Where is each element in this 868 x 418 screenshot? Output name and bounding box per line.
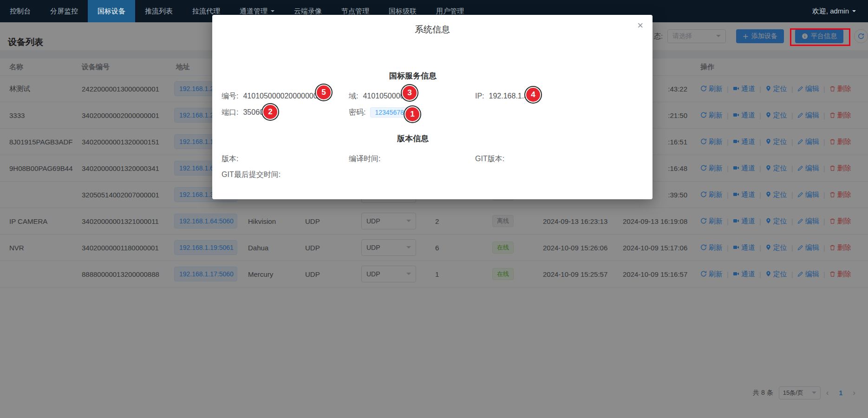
annotation-marker-5: 5 [316,85,332,100]
nav-item-gb-devices[interactable]: 国标设备 [88,0,135,22]
chevron-down-icon [852,10,856,14]
annotation-marker-3: 3 [402,85,418,101]
annotation-marker-1: 1 [405,106,420,122]
app-window: 控制台 分屏监控 国标设备 推流列表 拉流代理 通道管理 云端录像 节点管理 国… [0,0,868,418]
annotation-marker-4: 4 [525,87,541,103]
field-label: 编译时间: [349,154,380,164]
dialog-title: 系统信息 [212,24,653,36]
field-value: 192.168.1.3 [489,92,529,100]
field-label: 域: [349,91,358,101]
version-section-title: 版本信息 [212,133,613,144]
nav-item-label: 通道管理 [240,7,268,16]
field-gb-domain: 域: 4101050000 [349,90,404,102]
field-value: 41010500002000000001 [243,92,326,100]
field-label: GIT版本: [475,154,504,164]
system-info-dialog: 系统信息 × 国标服务信息 编号: 41010500002000000001 域… [212,15,653,199]
field-label: 版本: [222,154,238,164]
gb-service-section-title: 国标服务信息 [212,71,613,81]
field-git-last-commit: GIT最后提交时间: [222,169,285,181]
field-git-version: GIT版本: [475,153,509,165]
annotation-highlight-box [790,28,850,46]
password-tag[interactable]: 12345678 [370,107,408,118]
field-gb-password: 密码: 12345678 [349,106,409,118]
user-greeting: 欢迎, admin [812,7,849,16]
annotation-marker-2: 2 [262,104,278,120]
field-value: 4101050000 [363,92,404,100]
user-menu[interactable]: 欢迎, admin [812,0,868,22]
field-gb-ip: IP: 192.168.1.3 [475,90,528,102]
close-icon[interactable]: × [637,20,643,31]
field-value: 35060 [243,108,264,117]
field-version: 版本: [222,153,243,165]
nav-item-push-list[interactable]: 推流列表 [135,0,183,22]
field-label: GIT最后提交时间: [222,170,281,180]
field-build-time: 编译时间: [349,153,385,165]
nav-item-split-screen[interactable]: 分屏监控 [40,0,88,22]
chevron-down-icon [271,10,274,14]
field-label: 编号: [222,91,238,101]
field-gb-id: 编号: 41010500002000000001 [222,90,326,102]
field-gb-port: 端口: 35060 [222,106,264,118]
field-label: 端口: [222,108,238,118]
field-label: 密码: [349,108,365,118]
nav-item-console[interactable]: 控制台 [0,0,40,22]
field-label: IP: [475,92,484,100]
